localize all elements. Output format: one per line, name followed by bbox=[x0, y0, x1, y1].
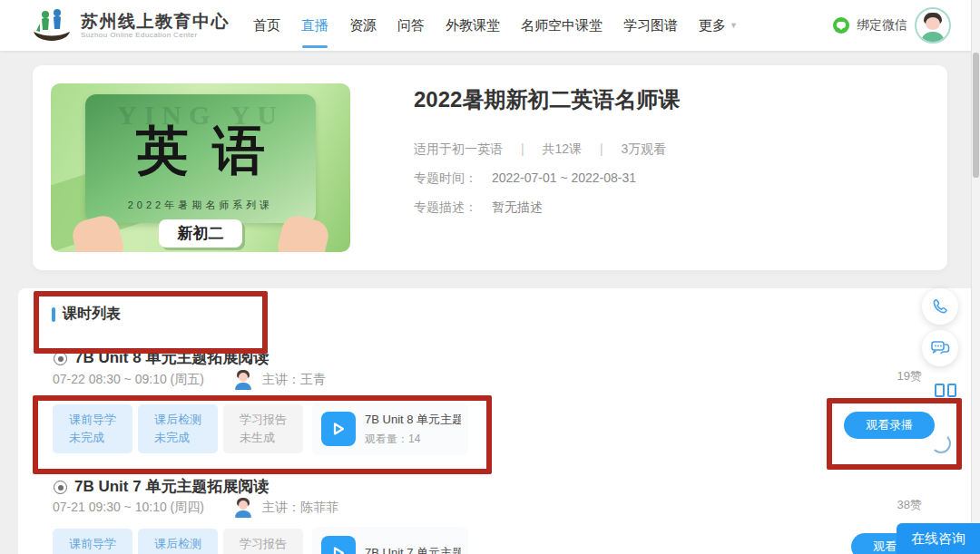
online-consult-button[interactable]: 在线咨询 bbox=[897, 523, 980, 554]
scrollbar-track[interactable] bbox=[971, 0, 980, 554]
lesson-title[interactable]: 7B Unit 8 单元主题拓展阅读 bbox=[74, 347, 269, 368]
tag-study-report: 学习报告 未生成 bbox=[223, 404, 303, 453]
logo-text: 苏州线上教育中心 Suzhou Online Education Center bbox=[81, 12, 230, 40]
banner-inner-card: YING YU 英语 2022年暑期名师系列课 bbox=[85, 94, 316, 223]
teacher-name: 陈菲菲 bbox=[300, 500, 338, 516]
course-view-count: 3万观看 bbox=[621, 141, 666, 156]
views-value: 14 bbox=[408, 433, 420, 445]
nav-item-foreign-class[interactable]: 外教课堂 bbox=[444, 12, 502, 40]
bind-wechat-link[interactable]: 绑定微信 bbox=[857, 17, 907, 34]
tag-postclass-test[interactable]: 课后检测 未完成 bbox=[138, 529, 218, 554]
desc-value: 暂无描述 bbox=[492, 199, 543, 214]
page: 苏州线上教育中心 Suzhou Online Education Center … bbox=[0, 0, 980, 554]
scrollbar-thumb[interactable] bbox=[973, 53, 979, 178]
course-meta-row: 适用于初一英语 | 共12课 | 3万观看 bbox=[414, 141, 666, 158]
tag-preclass-guide[interactable]: 课前导学 未完成 bbox=[53, 529, 132, 554]
nav-item-air-classroom[interactable]: 名师空中课堂 bbox=[519, 12, 604, 40]
video-chip-text: 7B Unit 7 单元主题... bbox=[365, 545, 461, 554]
hidden-widget-arc bbox=[931, 433, 951, 453]
video-thumbnail[interactable]: 7B Unit 8 单元主题... 观看量：14 bbox=[312, 403, 468, 455]
banner-series: 2022年暑期名师系列课 bbox=[85, 199, 316, 212]
avatar-face bbox=[926, 17, 940, 30]
lesson-bullet-icon bbox=[54, 481, 67, 494]
course-desc-row: 专题描述： 暂无描述 bbox=[414, 199, 543, 216]
tag-line1: 课前导学 bbox=[69, 411, 132, 429]
site-logo[interactable]: 苏州线上教育中心 Suzhou Online Education Center bbox=[31, 7, 230, 44]
tag-line1: 学习报告 bbox=[240, 411, 303, 429]
teacher-label: 主讲： bbox=[262, 500, 300, 516]
lesson-time: 07-22 08:30 ~ 09:10 (周五) bbox=[53, 372, 204, 388]
time-value: 2022-07-01 ~ 2022-08-31 bbox=[492, 170, 636, 185]
logo-boat-icon bbox=[31, 7, 73, 44]
meta-separator: | bbox=[521, 141, 524, 156]
phone-icon bbox=[930, 296, 950, 316]
header-right: 绑定微信 bbox=[833, 7, 980, 44]
lesson-title[interactable]: 7B Unit 7 单元主题拓展阅读 bbox=[74, 476, 269, 497]
nav-item-resources[interactable]: 资源 bbox=[348, 12, 378, 40]
tag-line1: 学习报告 bbox=[240, 535, 303, 553]
time-label: 专题时间： bbox=[414, 170, 477, 185]
tag-line2: 未完成 bbox=[154, 429, 218, 447]
tag-line2: 未生成 bbox=[240, 429, 303, 447]
meta-separator: | bbox=[600, 141, 603, 156]
chat-icon bbox=[929, 338, 951, 358]
video-title: 7B Unit 8 单元主题... bbox=[365, 412, 461, 428]
chevron-down-icon: ▼ bbox=[730, 21, 738, 30]
nav-item-more[interactable]: 更多 ▼ bbox=[697, 12, 740, 40]
course-audience: 适用于初一英语 bbox=[414, 141, 503, 156]
top-nav-bar: 苏州线上教育中心 Suzhou Online Education Center … bbox=[0, 0, 980, 51]
likes-count: 38赞 bbox=[897, 497, 922, 513]
play-icon bbox=[321, 536, 356, 554]
play-icon bbox=[321, 412, 356, 446]
video-chip-text: 7B Unit 8 单元主题... 观看量：14 bbox=[365, 412, 461, 447]
main-nav: 首页 直播 资源 问答 外教课堂 名师空中课堂 学习图谱 更多 ▼ bbox=[251, 12, 740, 40]
tag-line2: 未完成 bbox=[69, 429, 132, 447]
grade-badge: 新初二 bbox=[159, 219, 242, 248]
video-views: 观看量：14 bbox=[365, 432, 461, 447]
chat-button[interactable] bbox=[922, 330, 958, 366]
likes-count: 19赞 bbox=[897, 368, 922, 384]
nav-item-live[interactable]: 直播 bbox=[299, 12, 330, 40]
nav-item-home[interactable]: 首页 bbox=[251, 12, 282, 40]
course-time-row: 专题时间： 2022-07-01 ~ 2022-08-31 bbox=[414, 170, 636, 187]
nav-more-label: 更多 bbox=[699, 17, 726, 34]
lesson-list-card: 课时列表 7B Unit 8 单元主题拓展阅读 07-22 08:30 ~ 09… bbox=[18, 288, 980, 554]
watch-replay-button[interactable]: 观看录播 bbox=[844, 412, 935, 439]
site-subtitle: Suzhou Online Education Center bbox=[81, 31, 230, 40]
views-label: 观看量： bbox=[365, 433, 408, 445]
section-marker bbox=[52, 307, 55, 322]
nav-item-learning-map[interactable]: 学习图谱 bbox=[622, 12, 680, 40]
lesson-bullet-icon bbox=[54, 352, 67, 365]
site-title: 苏州线上教育中心 bbox=[81, 12, 230, 31]
course-summary-card: YING YU 英语 2022年暑期名师系列课 新初二 2022暑期新初二英语名… bbox=[33, 65, 947, 270]
course-lesson-count: 共12课 bbox=[542, 141, 582, 156]
qr-icon[interactable] bbox=[935, 384, 956, 397]
video-thumbnail[interactable]: 7B Unit 7 单元主题... bbox=[312, 527, 468, 554]
teacher-name: 王青 bbox=[300, 372, 326, 388]
wechat-icon bbox=[833, 17, 849, 34]
teacher-label: 主讲： bbox=[262, 372, 300, 388]
avatar-shirt bbox=[921, 32, 945, 44]
lesson-time: 07-21 09:30 ~ 10:10 (周四) bbox=[53, 500, 204, 516]
desc-label: 专题描述： bbox=[414, 199, 477, 214]
section-title: 课时列表 bbox=[63, 305, 121, 324]
tag-line1: 课后检测 bbox=[154, 535, 218, 553]
tag-line1: 课前导学 bbox=[69, 535, 132, 553]
course-title: 2022暑期新初二英语名师课 bbox=[414, 85, 680, 114]
tag-postclass-test[interactable]: 课后检测 未完成 bbox=[138, 404, 218, 453]
tag-line1: 课后检测 bbox=[154, 411, 218, 429]
tag-preclass-guide[interactable]: 课前导学 未完成 bbox=[53, 404, 132, 453]
video-title: 7B Unit 7 单元主题... bbox=[365, 545, 461, 554]
course-banner[interactable]: YING YU 英语 2022年暑期名师系列课 新初二 bbox=[51, 83, 350, 252]
nav-item-qa[interactable]: 问答 bbox=[396, 12, 426, 40]
lesson-meta-row: 07-22 08:30 ~ 09:10 (周五) 主讲： 王青 bbox=[53, 370, 326, 390]
teacher-avatar bbox=[233, 498, 253, 518]
banner-subject: 英语 bbox=[85, 116, 316, 187]
lesson-meta-row: 07-21 09:30 ~ 10:10 (周四) 主讲： 陈菲菲 bbox=[53, 498, 338, 518]
tag-study-report: 学习报告 未生成 bbox=[223, 529, 303, 554]
teacher-avatar bbox=[233, 370, 253, 390]
user-avatar[interactable] bbox=[915, 7, 951, 44]
phone-button[interactable] bbox=[922, 288, 958, 325]
lesson-list-header: 课时列表 bbox=[52, 305, 121, 324]
